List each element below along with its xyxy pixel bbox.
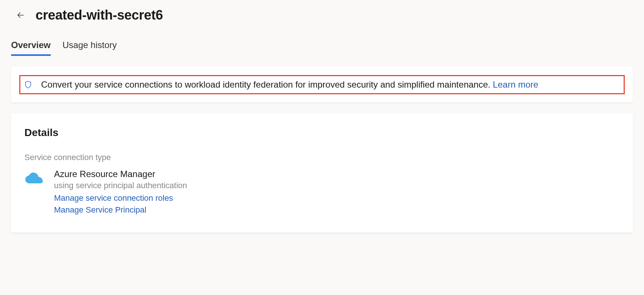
arrow-left-icon (16, 11, 25, 20)
connection-info: Azure Resource Manager using service pri… (54, 169, 187, 217)
details-card: Details Service connection type Azure Re… (11, 113, 633, 233)
banner-message: Convert your service connections to work… (41, 79, 490, 89)
shield-icon (24, 81, 32, 89)
back-button[interactable] (15, 9, 27, 21)
manage-principal-link[interactable]: Manage Service Principal (54, 205, 187, 215)
manage-roles-link[interactable]: Manage service connection roles (54, 193, 187, 203)
page-header: created-with-secret6 (0, 0, 644, 27)
connection-type-label: Service connection type (24, 153, 620, 162)
info-banner-card: Convert your service connections to work… (11, 67, 633, 102)
content-region: Convert your service connections to work… (0, 56, 644, 244)
details-heading: Details (24, 127, 620, 139)
connection-row: Azure Resource Manager using service pri… (24, 169, 620, 217)
page-title: created-with-secret6 (36, 7, 163, 23)
tab-overview[interactable]: Overview (11, 40, 51, 55)
connection-subtitle: using service principal authentication (54, 181, 187, 190)
connection-name: Azure Resource Manager (54, 169, 187, 179)
learn-more-link[interactable]: Learn more (493, 79, 539, 89)
cloud-icon (24, 171, 44, 186)
tab-bar: Overview Usage history (0, 27, 644, 56)
banner-text: Convert your service connections to work… (41, 78, 538, 91)
tab-usage-history[interactable]: Usage history (63, 40, 117, 55)
info-banner: Convert your service connections to work… (19, 75, 625, 94)
